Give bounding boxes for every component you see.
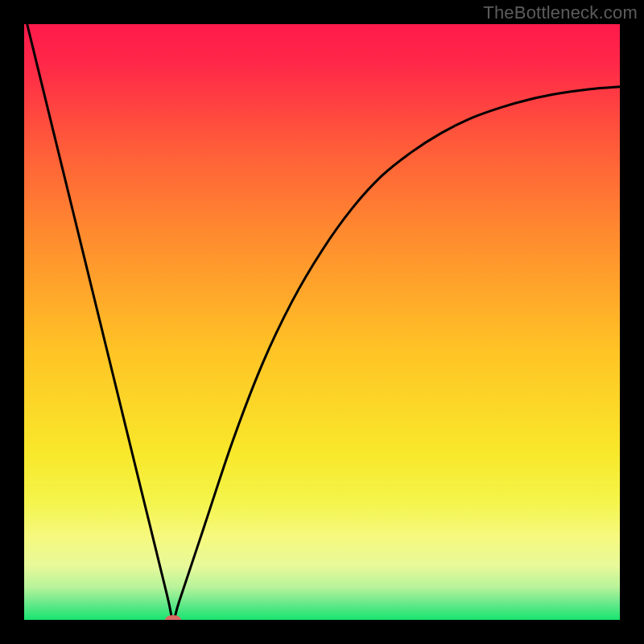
chart-background xyxy=(24,24,620,620)
bottleneck-chart xyxy=(24,24,620,620)
watermark-text: TheBottleneck.com xyxy=(483,2,638,23)
chart-frame: TheBottleneck.com xyxy=(0,0,644,644)
